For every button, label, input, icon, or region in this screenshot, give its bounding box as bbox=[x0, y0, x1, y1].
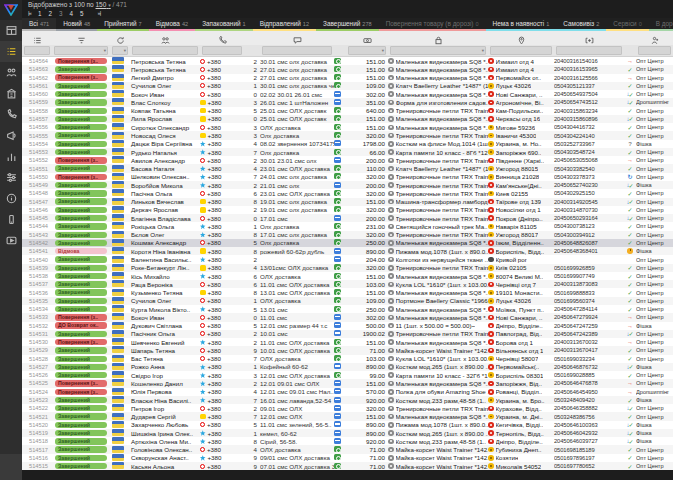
table-row[interactable]: 514559ЗавершенийВлас Слоткоу+380326.01 с… bbox=[22, 98, 673, 106]
phone-cell[interactable]: +380 bbox=[200, 248, 244, 255]
ttn-number[interactable]: 0504303548724 bbox=[554, 149, 624, 155]
ttn-number[interactable]: 0501699560374 bbox=[554, 298, 624, 304]
order-id[interactable]: 514550 bbox=[22, 174, 52, 180]
table-row[interactable]: 514538ЗавершенийКісь Михайло+3806ОЛХ дос… bbox=[22, 272, 673, 280]
sidebar-item-support[interactable] bbox=[0, 209, 22, 230]
phone-cell[interactable]: +380 bbox=[200, 388, 244, 395]
order-id[interactable]: 514555 bbox=[22, 133, 52, 139]
phone-cell[interactable]: +380 bbox=[200, 463, 244, 470]
ttn-number[interactable]: 20450652740230 bbox=[554, 182, 624, 188]
table-row[interactable]: 514515ЗавершенийКасьян Альона+380907.01 … bbox=[22, 462, 673, 470]
app-logo-icon[interactable] bbox=[0, 0, 22, 20]
ttn-number[interactable]: 0501697780652 bbox=[554, 463, 624, 469]
phone-cell[interactable]: +380 bbox=[200, 206, 244, 213]
order-id[interactable]: 514533 bbox=[22, 314, 52, 320]
order-id[interactable]: 514539 bbox=[22, 265, 52, 271]
phone-cell[interactable]: +380 bbox=[200, 281, 244, 288]
table-row[interactable]: 514554ЗавершенийДацюк Віра Сергіївна+380… bbox=[22, 140, 673, 148]
ttn-number[interactable]: 20450647242389 bbox=[554, 331, 624, 337]
table-row[interactable]: 514550Повернення (з..Шелковин Олексан..+… bbox=[22, 173, 673, 181]
table-row[interactable]: 514516ЗавершенийСкворунская Анаст..+3809… bbox=[22, 454, 673, 462]
order-id[interactable]: 514546 bbox=[22, 207, 52, 213]
tab-Новий[interactable]: Новий48 bbox=[56, 18, 97, 31]
table-row[interactable]: 514517ЗавершенийГоловінова Олексан..+380… bbox=[22, 445, 673, 453]
phone-cell[interactable]: +380 bbox=[200, 165, 244, 172]
ttn-number[interactable]: 0501699033234 bbox=[554, 356, 624, 362]
phone-cell[interactable]: +380 bbox=[200, 438, 244, 445]
phone-cell[interactable]: +380 bbox=[200, 355, 244, 362]
sidebar-item-video-tutorials[interactable] bbox=[0, 230, 22, 251]
last-page-button[interactable]: »| bbox=[97, 9, 100, 18]
table-row[interactable]: 514544ЗавершенийРокіцька Ольга+3801Олх д… bbox=[22, 222, 673, 230]
table-row[interactable]: 514525Повернення (з..Кошеленко Данил+380… bbox=[22, 379, 673, 387]
table-row[interactable]: 514539ЗавершенийРоке-Бетанкурт Лін..+380… bbox=[22, 264, 673, 272]
phone-cell[interactable]: +380 bbox=[200, 454, 244, 461]
filter-ttn[interactable] bbox=[556, 46, 622, 55]
ttn-number[interactable]: 20400316154016 bbox=[554, 58, 624, 64]
ttn-number[interactable]: 0504302925150 bbox=[554, 190, 624, 196]
phone-cell[interactable]: +380 bbox=[200, 124, 244, 131]
order-id[interactable]: 514528 bbox=[22, 356, 52, 362]
ttn-number[interactable]: 20450647284114 bbox=[554, 306, 624, 312]
sidebar-item-statistics[interactable] bbox=[0, 146, 22, 167]
ttn-number[interactable]: 20450654937504 bbox=[554, 91, 624, 97]
phone-cell[interactable]: +380 bbox=[200, 198, 244, 205]
phone-cell[interactable]: +380 bbox=[200, 173, 244, 180]
tab-Сервіси[interactable]: Сервіси0 bbox=[606, 18, 648, 31]
table-row[interactable]: 514546ЗавершенийДеркач Ярослав+380219.01… bbox=[22, 206, 673, 214]
phone-cell[interactable]: +380 bbox=[200, 405, 244, 412]
filter-id[interactable] bbox=[24, 46, 50, 55]
phone-cell[interactable]: +380 bbox=[200, 430, 244, 437]
ttn-number[interactable]: 0501698185189 bbox=[554, 447, 624, 453]
table-row[interactable]: 514558ЗавершенийКовпак Татьяна+380525.01… bbox=[22, 107, 673, 115]
table-row[interactable]: 514553ЗавершенийРудько Наталья+3807Олх д… bbox=[22, 148, 673, 156]
order-id[interactable]: 514564 bbox=[22, 58, 52, 64]
tab-Відмова[interactable]: Відмова42 bbox=[149, 18, 195, 31]
order-id[interactable]: 514532 bbox=[22, 323, 52, 329]
table-row[interactable]: 514532ДО Возврат ок..Дукович Світлана+38… bbox=[22, 322, 673, 330]
phone-cell[interactable]: +380 bbox=[200, 413, 244, 420]
phone-cell[interactable]: +380 bbox=[200, 339, 244, 346]
ttn-number[interactable]: 20450646358882 bbox=[554, 405, 624, 411]
table-row[interactable]: 514561ЗавершенийСучилов Олег+380130.01 с… bbox=[22, 82, 673, 90]
ttn-number[interactable]: 20450648368401 bbox=[554, 248, 624, 254]
table-row[interactable]: 514560ЗавершенийБокоч Иван+380002.02 30.… bbox=[22, 90, 673, 98]
page-size-dropdown[interactable]: 150 ▾ bbox=[96, 1, 111, 8]
table-row[interactable]: 514524Повернення (з..Юлія Первова+380412… bbox=[22, 388, 673, 396]
ttn-number[interactable]: 20400313670417 bbox=[554, 347, 624, 353]
phone-cell[interactable]: +380 bbox=[200, 380, 244, 387]
table-row[interactable]: 514562Повернення (з..Легкий Дмитро+38022… bbox=[22, 74, 673, 82]
filter-phone[interactable] bbox=[202, 46, 242, 55]
order-id[interactable]: 514516 bbox=[22, 455, 52, 461]
table-row[interactable]: 514519ЗавершенийШишкіна Ірина Олек..+380… bbox=[22, 429, 673, 437]
phone-cell[interactable]: +380 bbox=[200, 306, 244, 313]
table-row[interactable]: 514552Повернення (з..Авилов Александр+38… bbox=[22, 156, 673, 164]
table-row[interactable]: 514547ЗавершенийЛиньков Вячеслав+380819.… bbox=[22, 198, 673, 206]
tab-Прийнятий[interactable]: Прийнятий7 bbox=[97, 18, 148, 31]
ttn-number[interactable]: 20400315863234 bbox=[554, 108, 624, 114]
ttn-number[interactable]: 20450650293164 bbox=[554, 215, 624, 221]
phone-cell[interactable]: +380 bbox=[200, 421, 244, 428]
phone-cell[interactable]: +380 bbox=[200, 256, 244, 263]
order-id[interactable]: 514521 bbox=[22, 414, 52, 420]
order-id[interactable]: 514517 bbox=[22, 447, 52, 453]
table-row[interactable]: 514548ЗавершенийПасічна Ольга+380623.01 … bbox=[22, 189, 673, 197]
order-id[interactable]: 514556 bbox=[22, 124, 52, 130]
filter-product-select[interactable]: ▾ bbox=[390, 46, 486, 55]
ttn-number[interactable]: 20400315860896 bbox=[554, 116, 624, 122]
filter-name[interactable] bbox=[132, 46, 198, 55]
phone-cell[interactable]: +380 bbox=[200, 132, 244, 139]
phone-cell[interactable]: +380 bbox=[200, 82, 244, 89]
table-row[interactable]: 514523ЗавершенийВласюк Ніна Василі..+380… bbox=[22, 396, 673, 404]
ttn-number[interactable]: 20450654743512 bbox=[554, 99, 624, 105]
table-row[interactable]: 514557ЗавершенийЛила Ярослав+380025.01 с… bbox=[22, 115, 673, 123]
order-id[interactable]: 514553 bbox=[22, 149, 52, 155]
table-row[interactable]: 514522ЗавершенийПетров Ігор+380209.01 см… bbox=[22, 404, 673, 412]
table-row[interactable]: 514534ЗавершенийКурта Микола Вікто..+380… bbox=[22, 305, 673, 313]
phone-cell[interactable]: +380 bbox=[200, 372, 244, 379]
filter-city[interactable] bbox=[490, 46, 552, 55]
order-id[interactable]: 514524 bbox=[22, 389, 52, 395]
tab-В дорозі додому[interactable]: В дорозі додому0 bbox=[649, 18, 673, 31]
ttn-number[interactable]: 20450646876732 bbox=[554, 364, 624, 370]
table-row[interactable]: 514540ЗавершенийВалентина Васильє..+3802… bbox=[22, 255, 673, 263]
